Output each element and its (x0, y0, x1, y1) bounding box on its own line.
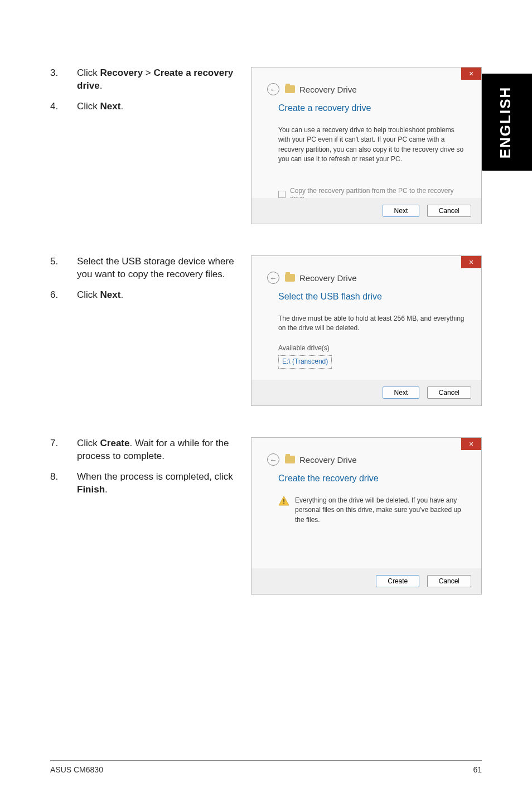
close-icon: × (469, 439, 473, 448)
window-title: Recovery Drive (299, 85, 357, 94)
step-5: 5. Select the USB storage device where y… (50, 255, 234, 281)
step-number: 3. (50, 67, 77, 93)
checkbox-icon (278, 191, 286, 198)
back-arrow-icon: ← (270, 85, 277, 94)
folder-icon (285, 274, 295, 282)
warning-row: ! Everything on the drive will be delete… (278, 496, 466, 525)
available-drives: Available drive(s) E:\ (Transcend) (278, 344, 466, 369)
language-tab: ENGLISH (480, 74, 532, 171)
dialog-body: ! Everything on the drive will be delete… (278, 496, 466, 525)
dialog-footer: Create Cancel (252, 568, 481, 594)
step-number: 4. (50, 100, 77, 113)
step-text: Click Create. Wait for a while for the p… (77, 437, 234, 463)
back-button[interactable]: ← (267, 453, 279, 466)
close-button[interactable]: × (461, 67, 481, 80)
dialog-heading: Create the recovery drive (278, 474, 466, 484)
cancel-button[interactable]: Cancel (427, 205, 471, 217)
step-4: 4. Click Next. (50, 100, 234, 113)
dialog-body: You can use a recovery drive to help tro… (278, 125, 466, 165)
next-button[interactable]: Next (383, 205, 420, 217)
back-button[interactable]: ← (267, 272, 279, 284)
step-3: 3. Click Recovery > Create a recovery dr… (50, 67, 234, 93)
breadcrumb: ← Recovery Drive (267, 453, 466, 466)
step-number: 6. (50, 289, 77, 302)
dialog-footer: Next Cancel (252, 380, 481, 405)
drive-item[interactable]: E:\ (Transcend) (278, 355, 332, 368)
window-title: Recovery Drive (299, 273, 357, 283)
screenshot-create-confirm: × ← Recovery Drive Create the recovery d… (251, 437, 482, 595)
step-text: When the process is completed, click Fin… (77, 471, 234, 496)
close-icon: × (469, 258, 473, 267)
next-button[interactable]: Next (383, 386, 420, 399)
back-arrow-icon: ← (270, 274, 277, 282)
breadcrumb: ← Recovery Drive (267, 272, 466, 284)
screenshot-col-1: × ← Recovery Drive Create a recovery dri… (251, 67, 482, 224)
create-button[interactable]: Create (376, 575, 419, 587)
screenshot-col-2: × ← Recovery Drive Select the USB flash … (251, 255, 482, 406)
dialog-heading: Select the USB flash drive (278, 292, 466, 302)
step-8: 8. When the process is completed, click … (50, 471, 234, 496)
page: ENGLISH 3. Click Recovery > Create a rec… (0, 0, 532, 802)
block-1: 3. Click Recovery > Create a recovery dr… (50, 67, 482, 224)
block-2: 5. Select the USB storage device where y… (50, 255, 482, 406)
breadcrumb: ← Recovery Drive (267, 83, 466, 95)
screenshot-create-recovery: × ← Recovery Drive Create a recovery dri… (251, 67, 482, 224)
footer-page-number: 61 (473, 765, 482, 774)
step-number: 7. (50, 437, 77, 463)
step-6: 6. Click Next. (50, 289, 234, 302)
folder-icon (285, 85, 295, 93)
language-tab-label: ENGLISH (497, 86, 515, 158)
dialog-heading: Create a recovery drive (278, 103, 466, 113)
warning-icon: ! (278, 496, 289, 506)
back-button[interactable]: ← (267, 83, 279, 95)
close-icon: × (469, 69, 473, 78)
warning-text: Everything on the drive will be deleted.… (295, 496, 466, 525)
dialog-body: The drive must be able to hold at least … (278, 314, 466, 369)
instructions-col-3: 7. Click Create. Wait for a while for th… (50, 437, 251, 504)
footer-model: ASUS CM6830 (50, 765, 103, 774)
folder-icon (285, 456, 295, 463)
cancel-button[interactable]: Cancel (427, 575, 471, 587)
dialog-footer: Next Cancel (252, 198, 481, 224)
step-number: 8. (50, 471, 77, 496)
back-arrow-icon: ← (270, 456, 277, 464)
cancel-button[interactable]: Cancel (427, 386, 471, 399)
svg-text:!: ! (283, 498, 285, 505)
instructions-col-2: 5. Select the USB storage device where y… (50, 255, 251, 310)
step-text: Click Next. (77, 289, 234, 302)
dialog-body-text: The drive must be able to hold at least … (278, 314, 466, 334)
page-footer: ASUS CM6830 61 (50, 760, 482, 774)
step-text: Click Next. (77, 100, 234, 113)
block-3: 7. Click Create. Wait for a while for th… (50, 437, 482, 595)
step-text: Click Recovery > Create a recovery drive… (77, 67, 234, 93)
window-title: Recovery Drive (299, 455, 357, 465)
step-7: 7. Click Create. Wait for a while for th… (50, 437, 234, 463)
instructions-col-1: 3. Click Recovery > Create a recovery dr… (50, 67, 251, 121)
step-text: Select the USB storage device where you … (77, 255, 234, 281)
close-button[interactable]: × (461, 256, 481, 268)
close-button[interactable]: × (461, 438, 481, 450)
available-drives-label: Available drive(s) (278, 344, 466, 353)
screenshot-select-usb: × ← Recovery Drive Select the USB flash … (251, 255, 482, 406)
screenshot-col-3: × ← Recovery Drive Create the recovery d… (251, 437, 482, 595)
step-number: 5. (50, 255, 77, 281)
